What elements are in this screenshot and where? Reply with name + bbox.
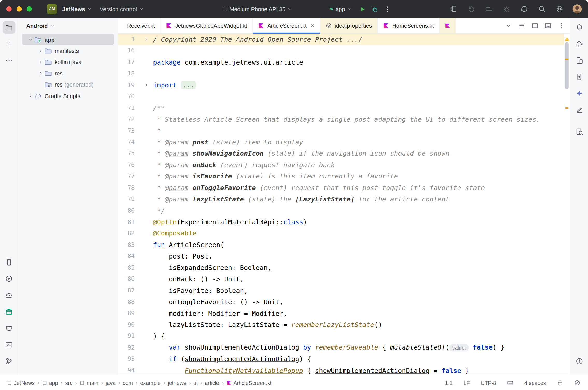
- line-number[interactable]: 86: [118, 274, 135, 285]
- line-number[interactable]: 70: [118, 91, 135, 102]
- tab-receiver-kt[interactable]: Receiver.kt: [118, 18, 160, 33]
- line-number[interactable]: 76: [118, 159, 135, 171]
- line-number[interactable]: 82: [118, 228, 135, 239]
- line-number[interactable]: 19: [118, 79, 135, 91]
- preview-button[interactable]: [544, 22, 551, 29]
- chevron-right-icon[interactable]: [36, 59, 45, 65]
- breadcrumb-item-app[interactable]: app: [41, 380, 59, 386]
- line-number[interactable]: 91: [118, 331, 135, 342]
- line-number[interactable]: 17: [118, 57, 135, 68]
- line-number[interactable]: 75: [118, 148, 135, 159]
- indent-selector[interactable]: 4 spaces: [524, 380, 546, 386]
- encoding-selector[interactable]: UTF-8: [481, 380, 496, 386]
- breadcrumb-item-example[interactable]: example: [139, 380, 162, 386]
- breadcrumb-item-main[interactable]: main: [79, 380, 99, 386]
- chevron-right-icon[interactable]: [36, 70, 45, 76]
- line-number[interactable]: 18: [118, 68, 135, 79]
- line-number[interactable]: 73: [118, 125, 135, 136]
- fold-indicator-icon[interactable]: [135, 83, 153, 88]
- line-number[interactable]: 87: [118, 285, 135, 296]
- line-number[interactable]: 83: [118, 239, 135, 251]
- tab-homescreens-kt[interactable]: HomeScreens.kt: [378, 18, 439, 33]
- settings-button[interactable]: [553, 3, 566, 15]
- tree-item-res[interactable]: res: [22, 67, 114, 79]
- fold-indicator-icon[interactable]: [135, 37, 153, 42]
- line-number[interactable]: 93: [118, 353, 135, 365]
- line-number[interactable]: 72: [118, 114, 135, 125]
- inspection-warning-icon[interactable]: [564, 37, 570, 42]
- restore-button[interactable]: [465, 3, 478, 15]
- commit-button[interactable]: [2, 38, 15, 50]
- line-number[interactable]: 78: [118, 182, 135, 194]
- caret-position[interactable]: 1:1: [445, 380, 453, 386]
- more-actions-button[interactable]: [384, 5, 391, 12]
- line-number[interactable]: 80: [118, 205, 135, 217]
- running-devices-button[interactable]: [2, 256, 15, 268]
- task-list-button[interactable]: [483, 3, 495, 15]
- tree-item-manifests[interactable]: manifests: [22, 45, 114, 56]
- run-button[interactable]: [359, 5, 366, 12]
- gradle-sync-button[interactable]: [518, 3, 531, 15]
- line-ending-selector[interactable]: LF: [464, 380, 470, 386]
- line-number[interactable]: 81: [118, 217, 135, 228]
- breadcrumb-item-com[interactable]: com: [122, 380, 134, 386]
- run-tool-button[interactable]: [2, 272, 15, 285]
- debug-button[interactable]: [371, 5, 378, 12]
- logcat-button[interactable]: [2, 322, 15, 335]
- line-number[interactable]: 92: [118, 342, 135, 353]
- breadcrumb-item-src[interactable]: src: [65, 380, 73, 386]
- profiler-button[interactable]: [2, 289, 15, 302]
- project-button[interactable]: [2, 21, 15, 34]
- highlight-level-icon[interactable]: [574, 380, 580, 386]
- line-number[interactable]: 89: [118, 308, 135, 319]
- find-button[interactable]: [573, 125, 585, 138]
- line-number[interactable]: 77: [118, 171, 135, 182]
- keyboard-icon[interactable]: [507, 380, 514, 386]
- run-config-selector[interactable]: app: [327, 3, 354, 15]
- tree-item-app[interactable]: app: [22, 34, 114, 45]
- tab-jetnewsglanceappwidget-kt[interactable]: JetnewsGlanceAppWidget.kt: [160, 18, 253, 33]
- tab-articlescreen-kt[interactable]: ArticleScreen.kt×: [253, 18, 320, 33]
- edits-button[interactable]: [573, 103, 585, 116]
- line-number[interactable]: 88: [118, 296, 135, 308]
- close-window-button[interactable]: [6, 6, 12, 12]
- zoom-window-button[interactable]: [27, 6, 32, 12]
- vcs-selector[interactable]: Version control: [96, 3, 148, 15]
- line-number[interactable]: 16: [118, 45, 135, 57]
- list-button[interactable]: [518, 22, 525, 29]
- chevron-down-icon[interactable]: [26, 37, 34, 42]
- line-number[interactable]: 94: [118, 365, 135, 375]
- more-v-button[interactable]: [558, 22, 565, 29]
- breadcrumb-item-articlescreen-kt[interactable]: ArticleScreen.kt: [226, 380, 272, 386]
- device-selector[interactable]: Medium Phone API 35: [219, 3, 296, 15]
- breadcrumb-item-jetnews[interactable]: JetNews: [6, 380, 36, 386]
- gemini-button[interactable]: [573, 87, 585, 100]
- line-number[interactable]: 84: [118, 251, 135, 262]
- chevron-right-icon[interactable]: [36, 48, 45, 53]
- gradle-button[interactable]: [573, 38, 585, 50]
- tree-item-kotlin-java[interactable]: kotlin+java: [22, 56, 114, 67]
- breadcrumb-item-article[interactable]: article: [204, 380, 220, 386]
- terminal-button[interactable]: [2, 338, 15, 351]
- tab-idea-properties[interactable]: idea.properties: [320, 18, 378, 33]
- line-number[interactable]: 85: [118, 262, 135, 274]
- line-number[interactable]: 74: [118, 136, 135, 148]
- profiler-bug-button[interactable]: [500, 3, 513, 15]
- notifications-button[interactable]: [573, 21, 585, 34]
- breadcrumb-item-jetnews[interactable]: jetnews: [167, 380, 187, 386]
- git-button[interactable]: [2, 355, 15, 367]
- search-button[interactable]: [535, 3, 548, 15]
- project-view-selector[interactable]: Android: [18, 18, 118, 34]
- line-number[interactable]: 90: [118, 319, 135, 331]
- project-selector[interactable]: JetNews: [59, 3, 96, 15]
- avatar-button[interactable]: [571, 3, 583, 15]
- app-insights-button[interactable]: [2, 305, 15, 318]
- lock-icon[interactable]: [557, 380, 563, 386]
- line-number[interactable]: 1: [118, 34, 135, 45]
- scrollbar-thumb[interactable]: [565, 42, 569, 89]
- problems-button[interactable]: [573, 355, 585, 367]
- close-icon[interactable]: ×: [311, 23, 314, 29]
- device-mirror-button[interactable]: [447, 3, 460, 15]
- tree-item-res[interactable]: res(generated): [22, 79, 114, 90]
- device-explorer-button[interactable]: [573, 71, 585, 83]
